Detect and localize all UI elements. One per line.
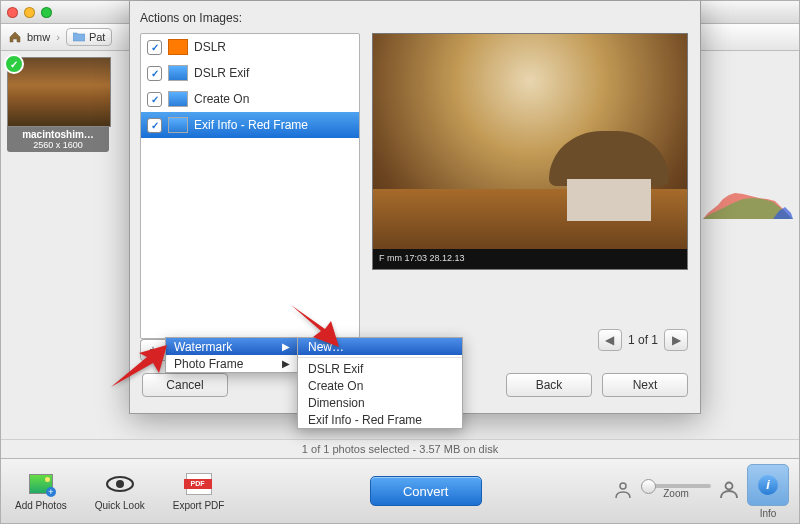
add-photos-icon: + xyxy=(29,474,53,494)
preview-overlay-text: F mm 17:03 28.12.13 xyxy=(379,253,465,265)
info-button[interactable]: i xyxy=(747,464,789,506)
action-kind-icon xyxy=(168,117,188,133)
slider-knob[interactable] xyxy=(641,479,656,494)
back-button[interactable]: Back xyxy=(506,373,592,397)
thumbnail-item[interactable]: ✓ macintoshim… 2560 x 1600 xyxy=(7,57,109,152)
histogram xyxy=(703,185,793,219)
actions-list: ✓ DSLR ✓ DSLR Exif ✓ Create On ✓ Exif In… xyxy=(140,33,360,339)
breadcrumb-label: Pat xyxy=(89,31,106,43)
pager: ◀ 1 of 1 ▶ xyxy=(598,329,688,351)
status-bar: 1 of 1 photos selected - 3.57 MB on disk xyxy=(1,439,799,459)
chevron-right-icon: › xyxy=(56,31,60,43)
thumbnail-dimensions: 2560 x 1600 xyxy=(7,140,109,150)
action-label: DSLR Exif xyxy=(194,66,249,80)
svg-point-2 xyxy=(620,483,626,489)
add-photos-button[interactable]: + Add Photos xyxy=(15,471,67,511)
breadcrumb-current[interactable]: Pat xyxy=(66,28,113,46)
thumbnail-strip: ✓ macintoshim… 2560 x 1600 xyxy=(1,51,129,461)
pager-prev-button[interactable]: ◀ xyxy=(598,329,622,351)
menu-item-watermark[interactable]: Watermark ▶ xyxy=(166,338,298,355)
preview-overlay-bar: F mm 17:03 28.12.13 xyxy=(373,249,687,269)
context-menu: Watermark ▶ Photo Frame ▶ xyxy=(165,337,299,373)
submenu-item[interactable]: Create On xyxy=(298,377,462,394)
thumbnail-image: ✓ xyxy=(7,57,111,127)
submenu-item[interactable]: Exif Info - Red Frame xyxy=(298,411,462,428)
folder-icon xyxy=(73,32,85,42)
submenu-item[interactable]: DSLR Exif xyxy=(298,360,462,377)
app-window: IMT Image Converter - License to as@as.a… xyxy=(0,0,800,524)
action-label: Exif Info - Red Frame xyxy=(194,118,308,132)
action-row[interactable]: ✓ Create On xyxy=(141,86,359,112)
checkbox-icon[interactable]: ✓ xyxy=(147,40,162,55)
submenu-label: DSLR Exif xyxy=(308,362,363,376)
person-large-icon xyxy=(719,481,739,502)
menu-item-label: Photo Frame xyxy=(174,357,243,371)
callout-arrow-icon xyxy=(109,343,169,392)
toolbar-label: Quick Look xyxy=(95,500,145,511)
check-icon: ✓ xyxy=(4,54,24,74)
submenu-item[interactable]: Dimension xyxy=(298,394,462,411)
bottom-toolbar: + Add Photos Quick Look PDF Export PDF C… xyxy=(1,458,799,523)
action-kind-icon xyxy=(168,39,188,55)
breadcrumb-item[interactable]: bmw xyxy=(27,31,50,43)
export-pdf-button[interactable]: PDF Export PDF xyxy=(173,471,225,511)
thumbnail-filename: macintoshim… xyxy=(7,129,109,140)
action-row[interactable]: ✓ DSLR xyxy=(141,34,359,60)
toolbar-label: Export PDF xyxy=(173,500,225,511)
checkbox-icon[interactable]: ✓ xyxy=(147,92,162,107)
svg-point-3 xyxy=(726,482,733,489)
pager-text: 1 of 1 xyxy=(628,333,658,347)
menu-item-photoframe[interactable]: Photo Frame ▶ xyxy=(166,355,298,372)
action-row[interactable]: ✓ DSLR Exif xyxy=(141,60,359,86)
menu-separator xyxy=(298,357,462,358)
pager-next-button[interactable]: ▶ xyxy=(664,329,688,351)
zoom-slider[interactable] xyxy=(641,484,711,488)
action-label: Create On xyxy=(194,92,249,106)
action-label: DSLR xyxy=(194,40,226,54)
toolbar-label: Add Photos xyxy=(15,500,67,511)
pdf-icon: PDF xyxy=(186,473,212,495)
thumbnail-caption: macintoshim… 2560 x 1600 xyxy=(7,127,109,152)
eye-icon xyxy=(105,471,135,497)
toolbar-left-group: + Add Photos Quick Look PDF Export PDF xyxy=(1,471,238,511)
menu-item-label: Watermark xyxy=(174,340,232,354)
person-small-icon xyxy=(613,481,633,502)
submenu-label: Exif Info - Red Frame xyxy=(308,413,422,427)
submenu-label: Create On xyxy=(308,379,363,393)
next-button[interactable]: Next xyxy=(602,373,688,397)
action-row-selected[interactable]: ✓ Exif Info - Red Frame xyxy=(141,112,359,138)
action-kind-icon xyxy=(168,65,188,81)
preview-image: F mm 17:03 28.12.13 xyxy=(372,33,688,270)
info-label: Info xyxy=(747,508,789,519)
checkbox-icon[interactable]: ✓ xyxy=(147,118,162,133)
svg-point-1 xyxy=(116,480,124,488)
quick-look-button[interactable]: Quick Look xyxy=(95,471,145,511)
submenu-label: Dimension xyxy=(308,396,365,410)
home-icon[interactable] xyxy=(9,31,21,43)
convert-button[interactable]: Convert xyxy=(370,476,482,506)
chevron-right-icon: ▶ xyxy=(282,358,290,369)
zoom-group: Zoom i Info xyxy=(613,464,799,519)
action-kind-icon xyxy=(168,91,188,107)
callout-arrow-icon xyxy=(287,303,341,354)
dialog-heading: Actions on Images: xyxy=(140,11,242,25)
checkbox-icon[interactable]: ✓ xyxy=(147,66,162,81)
info-icon: i xyxy=(758,475,778,495)
